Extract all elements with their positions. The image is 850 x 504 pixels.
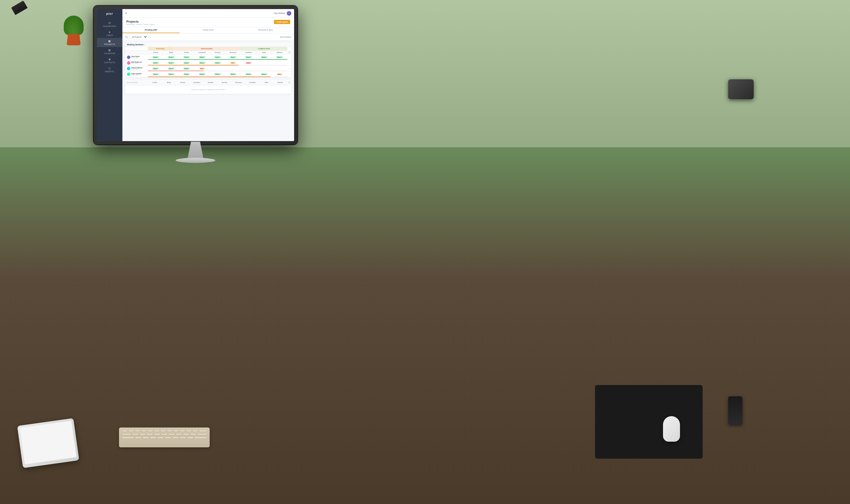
status-badge[interactable]: Wait ▾ [199,68,205,70]
hamburger-icon[interactable]: ≡ [125,12,127,15]
tab-active[interactable]: Active (104) [180,27,237,33]
status-badge[interactable]: Done ▾ [214,56,221,58]
status-badge[interactable]: Wait ▾ [230,62,236,64]
main-content: ≡ Hey, Andrew A Projects Dashboard › Pro… [122,9,294,141]
create-quote-button[interactable]: Create Quote [274,20,290,24]
col-header-details-new: Details [204,81,218,84]
status-badge[interactable]: Done ▾ [152,62,159,64]
project-cell-process: Done ▾ [225,56,241,59]
status-badge[interactable]: Done ▾ [261,56,268,58]
pot-body [67,34,81,45]
status-badge[interactable]: Done ▾ [276,56,283,58]
status-badge[interactable]: Hold ▾ [246,62,252,64]
key [141,430,147,432]
avatar [127,73,130,76]
key [128,430,134,432]
workflow-edit-icon[interactable]: ✎ [144,44,145,46]
project-cell: Done ▾ [163,73,179,76]
key [161,433,168,435]
camera [728,79,754,99]
status-badge[interactable]: Done ▾ [183,62,190,64]
sidebar-item-leads[interactable]: ◈ LEADS [97,29,122,38]
status-badge[interactable]: Done ▾ [168,62,175,64]
tab-pending[interactable]: Pending (45)* [122,27,180,33]
search-container: 🔍 All Projects [125,35,148,39]
gear-icon-new[interactable]: ⚙ [287,81,291,84]
project-cells: Done ▾ Done ▾ Done ▾ Wait ▾ [148,67,287,70]
status-badge[interactable]: Done ▾ [199,56,206,58]
sidebar-item-contacts[interactable]: ◉ CONTACTS [97,56,122,65]
status-badge[interactable]: Done ▾ [152,68,159,70]
status-badge[interactable]: Wait ▾ [276,73,283,75]
status-badge[interactable]: Done ▾ [183,73,190,75]
sidebar-item-dashboard[interactable]: ⊞ DASHBOARD [97,20,122,29]
status-badge[interactable]: Done ▾ [152,73,159,75]
caret-icon: ▾ [188,56,189,58]
status-badge[interactable]: Done ▾ [168,68,175,70]
status-badge[interactable]: Done ▾ [261,73,268,75]
project-cell: Done ▾ [148,73,163,76]
row-actions-icon[interactable]: ··· [287,67,291,70]
tab-archived[interactable]: Archived (1,267) [237,27,294,33]
status-badge[interactable]: Done ▾ [246,56,252,58]
status-badge[interactable]: Done ▾ [152,56,159,58]
caret-icon: ▾ [266,56,266,58]
row-actions-icon[interactable]: ··· [287,73,291,76]
add-workflow-button[interactable]: Add Workflow [280,36,291,38]
progress-bar [148,59,287,60]
caret-icon: ▾ [173,68,174,69]
key [180,430,185,432]
sidebar-item-calendar[interactable]: ▦ CALENDAR [97,47,122,56]
status-badge[interactable]: Done ▾ [214,62,221,64]
key [122,433,131,435]
status-badge[interactable]: Done ▾ [199,73,206,75]
sidebar-item-website[interactable]: ◫ WEBSITE [97,65,122,74]
new-workflow-label[interactable]: New Workflow [125,81,148,84]
key [143,436,149,439]
caret-icon: ▾ [188,62,189,64]
project-cell [210,68,225,69]
row-actions-icon[interactable]: ··· [287,56,291,58]
caret-icon: ▾ [157,62,158,64]
filter-select[interactable]: All Projects [129,35,148,39]
key [173,430,179,432]
status-badge[interactable]: Done ▾ [230,73,237,75]
caret-icon: ▾ [250,74,251,75]
project-cell: Done ▾ [210,61,225,64]
status-badge[interactable]: Done ▾ [246,73,252,75]
project-cell-edit: Done ▾ [256,56,272,59]
page-header: Projects Dashboard › Projects › Active P… [122,18,294,27]
status-badge[interactable]: Done ▾ [199,62,206,64]
col-header-cards: Cards [148,51,163,54]
project-date: Jul 31, 2016 [131,74,142,76]
sidebar-item-label: PROJECTS [104,43,115,45]
caret-icon: ▾ [250,56,251,58]
project-cell: Wait ▾ [225,61,241,64]
caret-icon: ▾ [219,62,220,64]
project-cell-cards: Done ▾ [148,56,163,59]
sidebar-item-projects[interactable]: ▦ PROJECTS [97,38,122,47]
project-cell: Done ▾ [148,67,163,70]
phone [728,396,742,425]
col-header-blog-new: Blog [162,81,176,84]
col-header-survey: Survey [210,51,225,54]
key [190,433,197,435]
status-badge[interactable]: Done ▾ [168,73,175,75]
col-header-prints: Prints [179,51,194,54]
monitor-base [176,158,215,163]
row-actions-icon[interactable]: ··· [287,61,291,64]
status-badge[interactable]: Done ▾ [230,56,237,58]
project-name-cell: Adam Sandler Jul 31, 2016 [125,72,148,77]
monitor: picr ⊞ DASHBOARD ◈ LEADS ▦ PROJECTS [93,6,297,176]
filter-row: 🔍 All Projects Add Workflow [122,33,294,41]
status-badge[interactable]: Done ▾ [183,68,190,70]
caret-icon: ▾ [234,62,235,64]
status-badge[interactable]: Done ▾ [183,56,190,58]
status-badge[interactable]: Done ▾ [214,73,221,75]
app-container: picr ⊞ DASHBOARD ◈ LEADS ▦ PROJECTS [97,9,294,141]
status-badge[interactable]: Done ▾ [168,56,175,58]
progress-bar-container [148,59,287,60]
search-icon: 🔍 [125,36,128,38]
project-cell: Done ▾ [179,67,194,70]
gear-icon[interactable]: ⚙ [287,51,291,54]
